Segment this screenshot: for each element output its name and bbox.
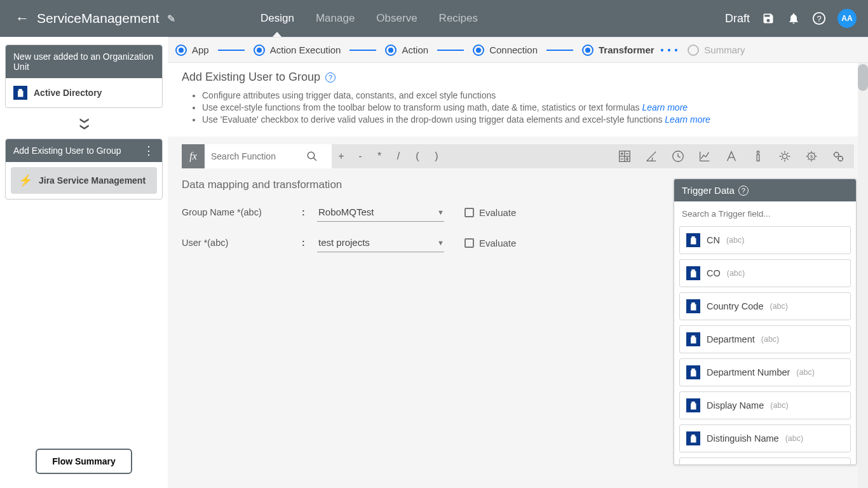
trigger-data-title: Trigger Data — [682, 185, 735, 196]
trigger-search-input[interactable] — [681, 205, 850, 222]
edit-icon[interactable]: ✎ — [167, 13, 175, 25]
help-icon[interactable]: ? — [812, 11, 826, 25]
step-action[interactable]: Action — [385, 44, 428, 56]
finance-icon[interactable]: $ — [804, 149, 818, 163]
svg-line-3 — [313, 158, 316, 161]
checkbox-icon[interactable] — [465, 208, 474, 217]
svg-point-12 — [627, 160, 628, 161]
checkbox-icon[interactable] — [465, 238, 474, 248]
avatar[interactable]: AA — [837, 9, 857, 28]
trigger-field-item[interactable]: Display Name(abc) — [679, 391, 851, 419]
trigger-field-item[interactable]: Department(abc) — [679, 325, 851, 353]
trigger-field-type: (abc) — [796, 368, 814, 377]
step-connector-dots: ••• — [661, 45, 682, 55]
trigger-card-header: New user added to an Organization Unit — [6, 45, 162, 78]
learn-more-link[interactable]: Learn more — [665, 114, 710, 125]
svg-point-11 — [627, 158, 628, 158]
tab-manage[interactable]: Manage — [316, 0, 355, 37]
breadcrumb-steps: App Action Execution Action Connection T… — [168, 37, 868, 63]
mapping-label: Group Name *(abc) — [182, 207, 293, 217]
svg-point-2 — [308, 152, 315, 159]
op-multiply[interactable]: * — [370, 151, 389, 162]
trigger-field-item[interactable]: Distinguish Name(abc) — [679, 424, 851, 452]
trigger-card-label: Active Directory — [34, 88, 102, 98]
step-app[interactable]: App — [175, 44, 209, 56]
op-plus[interactable]: + — [332, 151, 351, 162]
trigger-field-item[interactable]: CO(abc) — [679, 259, 851, 287]
trigger-field-list[interactable]: CN(abc)CO(abc)Country Code(abc)Departmen… — [674, 226, 856, 464]
step-action-execution[interactable]: Action Execution — [254, 44, 341, 56]
app-header: ← ServiceManagement ✎ Design Manage Obse… — [0, 0, 868, 37]
trigger-field-name: Display Name — [707, 400, 764, 410]
panel-header: Add Existing User to Group ? Configure a… — [168, 63, 868, 137]
svg-point-20 — [834, 152, 839, 157]
help-icon[interactable]: ? — [325, 72, 336, 83]
info-icon[interactable] — [751, 149, 765, 163]
action-card-row[interactable]: ⚡ Jira Service Management — [11, 167, 157, 194]
bell-icon[interactable] — [787, 11, 801, 25]
trigger-field-item[interactable]: Employee ID(abc) — [679, 458, 851, 464]
op-divide[interactable]: / — [389, 151, 408, 162]
scrollbar[interactable] — [858, 63, 868, 488]
hint-bullet: Use excel-style functions from the toolb… — [202, 102, 854, 112]
hint-bullet: Configure attributes using trigger data,… — [202, 90, 854, 100]
trigger-card[interactable]: New user added to an Organization Unit A… — [5, 44, 163, 108]
save-icon[interactable] — [761, 11, 775, 25]
trigger-field-name: Country Code — [707, 301, 763, 311]
trigger-field-type: (abc) — [770, 302, 787, 311]
user-select[interactable]: test projects▼ — [317, 233, 444, 252]
action-card[interactable]: Add Existing User to Group ⋮ ⚡ Jira Serv… — [5, 139, 163, 200]
active-directory-icon — [686, 365, 700, 379]
evaluate-checkbox[interactable]: Evaluate — [465, 207, 516, 218]
trigger-field-item[interactable]: Department Number(abc) — [679, 358, 851, 386]
stats-icon[interactable] — [698, 149, 712, 163]
svg-point-16 — [757, 151, 759, 154]
back-arrow-icon[interactable]: ← — [15, 10, 29, 27]
tab-recipes[interactable]: Recipes — [439, 0, 478, 37]
trigger-field-type: (abc) — [726, 236, 744, 245]
more-icon[interactable]: ⋮ — [143, 148, 154, 154]
trigger-field-name: Department — [707, 334, 755, 344]
tab-observe[interactable]: Observe — [376, 0, 417, 37]
step-connection[interactable]: Connection — [473, 44, 538, 56]
learn-more-link[interactable]: Learn more — [642, 102, 688, 112]
trigger-field-item[interactable]: CN(abc) — [679, 226, 851, 254]
step-summary[interactable]: Summary — [688, 44, 745, 56]
step-connector — [349, 50, 376, 51]
hint-bullet: Use 'Evaluate' checkbox to derive valid … — [202, 114, 854, 125]
clock-icon[interactable] — [671, 149, 685, 163]
search-icon[interactable] — [306, 151, 318, 162]
status-label: Draft — [725, 12, 750, 25]
evaluate-checkbox[interactable]: Evaluate — [465, 238, 516, 248]
angle-icon[interactable] — [644, 149, 658, 163]
help-icon[interactable]: ? — [738, 186, 749, 196]
fx-search[interactable] — [205, 144, 332, 168]
trigger-field-type: (abc) — [785, 434, 803, 443]
logic-icon[interactable] — [778, 149, 792, 163]
mapping-label: User *(abc) — [182, 238, 293, 248]
step-connector — [546, 50, 573, 51]
op-paren-right[interactable]: ) — [427, 151, 446, 162]
active-directory-icon — [686, 266, 700, 280]
chevrons-down-icon: ❯❯ — [74, 117, 94, 130]
svg-text:$: $ — [810, 154, 813, 159]
gears-icon[interactable] — [831, 149, 845, 163]
op-paren-left[interactable]: ( — [408, 151, 427, 162]
group-name-select[interactable]: RoboMQTest▼ — [317, 203, 444, 222]
text-icon[interactable] — [724, 149, 738, 163]
op-minus[interactable]: - — [351, 151, 370, 162]
step-transformer[interactable]: Transformer — [582, 44, 654, 56]
trigger-field-name: Department Number — [707, 367, 790, 377]
chevron-down-icon: ▼ — [437, 239, 444, 247]
nav-tabs: Design Manage Observe Recipes — [261, 0, 478, 37]
trigger-field-name: CO — [707, 268, 721, 278]
tab-design[interactable]: Design — [261, 0, 294, 37]
trigger-field-type: (abc) — [727, 269, 745, 278]
scrollbar-thumb[interactable] — [858, 64, 868, 91]
trigger-field-item[interactable]: Country Code(abc) — [679, 292, 851, 320]
flow-summary-button[interactable]: Flow Summary — [36, 449, 132, 474]
panel-title-text: Add Existing User to Group — [182, 71, 320, 84]
math-icon[interactable] — [618, 149, 632, 163]
fx-search-input[interactable] — [211, 151, 306, 161]
chevron-down-icon: ▼ — [437, 208, 444, 216]
